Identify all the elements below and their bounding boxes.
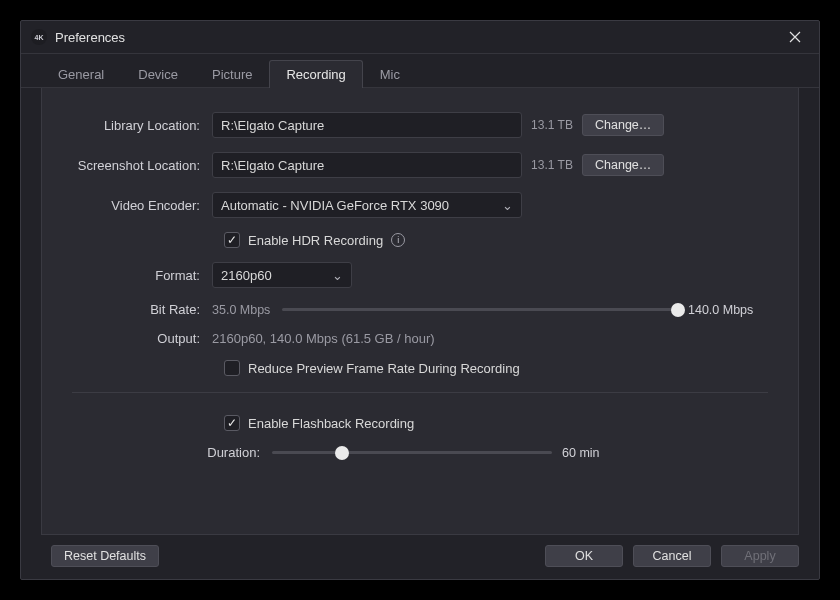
duration-slider-thumb[interactable]: [335, 446, 349, 460]
titlebar: 4K Preferences: [21, 21, 819, 54]
tab-panel-recording: Library Location: R:\Elgato Capture 13.1…: [41, 88, 799, 535]
chevron-down-icon: ⌄: [332, 268, 343, 283]
reduce-preview-label: Reduce Preview Frame Rate During Recordi…: [248, 361, 520, 376]
dialog-footer: Reset Defaults OK Cancel Apply: [21, 535, 819, 579]
video-encoder-select[interactable]: Automatic - NVIDIA GeForce RTX 3090 ⌄: [212, 192, 522, 218]
reset-defaults-button[interactable]: Reset Defaults: [51, 545, 159, 567]
format-value: 2160p60: [221, 268, 272, 283]
duration-value: 60 min: [552, 446, 642, 460]
tab-mic[interactable]: Mic: [363, 60, 417, 88]
ok-button[interactable]: OK: [545, 545, 623, 567]
library-location-input[interactable]: R:\Elgato Capture: [212, 112, 522, 138]
bitrate-max: 140.0 Mbps: [678, 303, 768, 317]
window-title: Preferences: [55, 30, 781, 45]
bitrate-slider-thumb[interactable]: [671, 303, 685, 317]
enable-flashback-checkbox[interactable]: [224, 415, 240, 431]
app-icon: 4K: [31, 29, 47, 45]
output-value: 2160p60, 140.0 Mbps (61.5 GB / hour): [212, 331, 435, 346]
close-button[interactable]: [781, 27, 809, 47]
enable-hdr-checkbox[interactable]: [224, 232, 240, 248]
reduce-preview-checkbox[interactable]: [224, 360, 240, 376]
library-change-button[interactable]: Change…: [582, 114, 664, 136]
library-location-label: Library Location:: [72, 118, 212, 133]
duration-label: Duration:: [142, 445, 272, 460]
bitrate-min: 35.0 Mbps: [212, 303, 282, 317]
screenshot-location-value: R:\Elgato Capture: [221, 158, 324, 173]
video-encoder-label: Video Encoder:: [72, 198, 212, 213]
format-select[interactable]: 2160p60 ⌄: [212, 262, 352, 288]
info-icon[interactable]: i: [391, 233, 405, 247]
output-label: Output:: [72, 331, 212, 346]
tab-bar: General Device Picture Recording Mic: [21, 54, 819, 88]
screenshot-disk-space: 13.1 TB: [522, 158, 582, 172]
bitrate-slider[interactable]: [282, 308, 678, 311]
library-location-value: R:\Elgato Capture: [221, 118, 324, 133]
close-icon: [789, 31, 801, 43]
enable-hdr-label: Enable HDR Recording: [248, 233, 383, 248]
divider: [72, 392, 768, 393]
chevron-down-icon: ⌄: [502, 198, 513, 213]
video-encoder-value: Automatic - NVIDIA GeForce RTX 3090: [221, 198, 449, 213]
tab-device[interactable]: Device: [121, 60, 195, 88]
tab-picture[interactable]: Picture: [195, 60, 269, 88]
format-label: Format:: [72, 268, 212, 283]
duration-slider[interactable]: [272, 451, 552, 454]
library-disk-space: 13.1 TB: [522, 118, 582, 132]
cancel-button[interactable]: Cancel: [633, 545, 711, 567]
screenshot-location-label: Screenshot Location:: [72, 158, 212, 173]
enable-flashback-label: Enable Flashback Recording: [248, 416, 414, 431]
bitrate-label: Bit Rate:: [72, 302, 212, 317]
apply-button[interactable]: Apply: [721, 545, 799, 567]
preferences-window: 4K Preferences General Device Picture Re…: [20, 20, 820, 580]
tab-general[interactable]: General: [41, 60, 121, 88]
screenshot-location-input[interactable]: R:\Elgato Capture: [212, 152, 522, 178]
screenshot-change-button[interactable]: Change…: [582, 154, 664, 176]
tab-recording[interactable]: Recording: [269, 60, 362, 88]
